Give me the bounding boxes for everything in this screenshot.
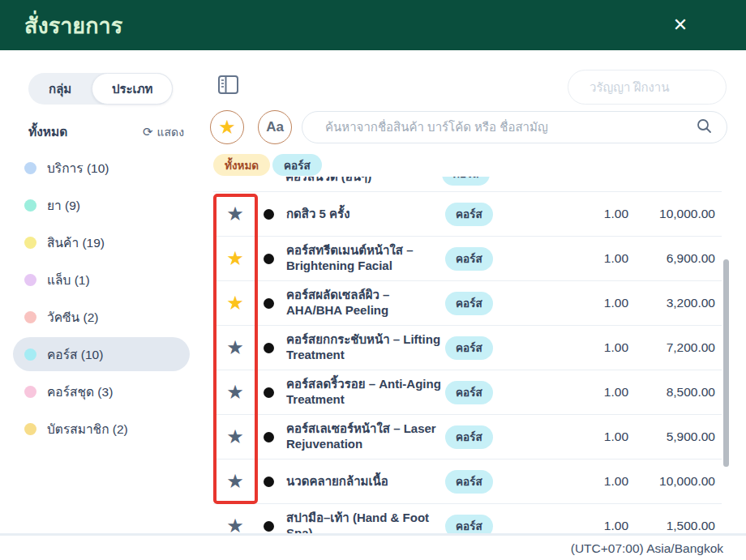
- show-label: แสดง: [157, 123, 185, 141]
- item-name: คอร์สเลเซอร์หน้าใส – Laser Rejuvenation: [286, 421, 444, 452]
- tab-type[interactable]: ประเภท: [92, 73, 173, 105]
- item-quantity: 1.00: [572, 340, 628, 355]
- item-quantity: 1.00: [572, 251, 628, 266]
- category-color-dot: [24, 423, 36, 435]
- item-category-badge: คอร์ส: [445, 515, 493, 534]
- sidebar-category-item[interactable]: ยา (9): [13, 186, 190, 224]
- favorite-star-icon[interactable]: ★: [213, 293, 257, 313]
- item-price: 10,000.00: [628, 207, 715, 221]
- favorite-star-icon[interactable]: ★: [213, 338, 257, 357]
- bullet-icon: [257, 298, 286, 309]
- sidebar-category-item[interactable]: บัตรสมาชิก (2): [13, 410, 190, 447]
- bullet-icon: [257, 432, 286, 442]
- item-name: กดสิว 5 ครั้ง: [286, 207, 444, 222]
- panel-layout-icon[interactable]: [217, 74, 239, 96]
- list-item[interactable]: ★สปามือ–เท้า (Hand & Foot Spa)คอร์ส1.001…: [213, 504, 722, 533]
- item-price: 10,000.00: [628, 474, 715, 489]
- favorite-filter-button[interactable]: ★: [210, 110, 244, 144]
- item-name: คอร์สยกกระชับหน้า – Lifting Treatment: [286, 332, 444, 363]
- filter-chip[interactable]: ทั้งหมด: [213, 154, 270, 176]
- category-color-dot: [24, 348, 36, 361]
- item-category-badge: คอร์ส: [442, 177, 490, 186]
- item-name: คอร์สผลัดเซลล์ผิว – AHA/BHA Peeling: [286, 288, 444, 318]
- category-label: วัคซีน (2): [47, 307, 98, 327]
- list-item[interactable]: ★คอร์สยกกระชับหน้า – Lifting Treatmentคอ…: [213, 326, 722, 370]
- sidebar-category-item[interactable]: คอร์ส (10): [13, 337, 190, 371]
- sidebar-category-item[interactable]: แล็บ (1): [13, 261, 190, 298]
- item-price: 6,900.00: [628, 251, 715, 266]
- list-item[interactable]: ★กดสิว 5 ครั้งคอร์ส1.0010,000.00: [213, 192, 722, 237]
- favorite-star-icon[interactable]: ★: [213, 383, 257, 402]
- item-category-badge: คอร์ส: [445, 247, 493, 271]
- refresh-icon: ⟳: [143, 125, 153, 139]
- bullet-icon: [257, 254, 286, 264]
- text-size-button[interactable]: Aa: [258, 110, 292, 144]
- timezone-label: (UTC+07:00) Asia/Bangkok: [571, 541, 723, 556]
- list-item[interactable]: ★คอร์สทรีตเมนต์หน้าใส – Brightening Faci…: [213, 237, 722, 281]
- category-color-dot: [24, 274, 36, 286]
- item-category-badge: คอร์ส: [445, 336, 493, 360]
- favorite-star-icon[interactable]: ★: [213, 204, 257, 224]
- bullet-icon: [257, 477, 286, 487]
- tab-group[interactable]: กลุ่ม: [28, 79, 92, 99]
- item-name: คอร์สทรีตเมนต์หน้าใส – Brightening Facia…: [286, 243, 444, 274]
- item-price: 3,200.00: [628, 296, 715, 310]
- item-category-badge: คอร์ส: [445, 425, 493, 449]
- category-color-dot: [24, 386, 36, 398]
- category-color-dot: [24, 199, 36, 212]
- category-label: สินค้า (19): [47, 233, 105, 253]
- category-label: คอร์สชุด (3): [47, 382, 113, 402]
- footer-divider: [0, 533, 746, 536]
- item-quantity: 1.00: [572, 385, 628, 400]
- item-price: 7,200.00: [628, 340, 715, 355]
- bullet-icon: [257, 209, 286, 220]
- category-color-dot: [24, 237, 36, 249]
- item-price: 8,500.00: [628, 385, 715, 400]
- category-label: บัตรสมาชิก (2): [47, 419, 128, 439]
- sidebar-category-item[interactable]: บริการ (10): [13, 149, 190, 186]
- item-quantity: 1.00: [572, 207, 628, 221]
- page-title: สั่งรายการ: [24, 8, 122, 43]
- sidebar-all-row: ทั้งหมด ⟳ แสดง: [28, 122, 191, 142]
- favorite-star-icon[interactable]: ★: [213, 472, 257, 491]
- list-item[interactable]: ★นวดคลายกล้ามเนื้อคอร์ส1.0010,000.00: [213, 460, 722, 504]
- category-label: บริการ (10): [47, 158, 109, 178]
- item-quantity: 1.00: [572, 296, 628, 310]
- category-list: บริการ (10)ยา (9)สินค้า (19)แล็บ (1)วัคซ…: [13, 149, 190, 447]
- item-category-badge: คอร์ส: [445, 203, 493, 226]
- list-item[interactable]: ★คอร์สเลเซอร์หน้าใส – Laser Rejuvenation…: [213, 415, 722, 460]
- all-categories-label: ทั้งหมด: [28, 122, 67, 142]
- bullet-icon: [257, 521, 286, 532]
- staff-name-placeholder: วรัญญา ฝึกงาน: [590, 78, 670, 97]
- sidebar-category-item[interactable]: คอร์สชุด (3): [13, 373, 190, 410]
- category-color-dot: [24, 311, 36, 323]
- group-type-tab-switch: กลุ่ม ประเภท: [28, 73, 173, 105]
- item-name: คอร์สลดริ้วรอย – Anti-Aging Treatment: [286, 377, 444, 408]
- bullet-icon: [257, 387, 286, 398]
- item-category-badge: คอร์ส: [445, 292, 493, 315]
- show-refresh-button[interactable]: ⟳ แสดง: [143, 123, 184, 141]
- item-quantity: 1.00: [572, 430, 628, 444]
- favorite-star-icon[interactable]: ★: [213, 249, 257, 268]
- list-item[interactable]: ★คอร์สผลัดเซลล์ผิว – AHA/BHA Peelingคอร์…: [213, 281, 722, 326]
- star-icon: ★: [218, 116, 236, 139]
- item-quantity: 1.00: [572, 474, 628, 489]
- list-item-partial[interactable]: คอร์สนวด (อื่นๆ) คอร์ส: [213, 177, 722, 192]
- bullet-icon: [257, 343, 286, 353]
- favorite-star-icon[interactable]: ★: [213, 427, 257, 447]
- category-label: คอร์ส (10): [47, 344, 103, 365]
- product-search-input[interactable]: ค้นหาจากชื่อสินค้า บาร์โค้ด หรือ ชื่อสาม…: [302, 111, 727, 143]
- item-category-badge: คอร์ส: [445, 470, 493, 494]
- staff-name-input[interactable]: วรัญญา ฝึกงาน: [568, 70, 727, 105]
- sidebar-category-item[interactable]: สินค้า (19): [13, 224, 190, 261]
- item-name: สปามือ–เท้า (Hand & Foot Spa): [286, 511, 444, 533]
- category-label: ยา (9): [47, 195, 80, 216]
- filter-chip[interactable]: คอร์ส: [272, 154, 322, 176]
- favorite-star-icon[interactable]: ★: [213, 516, 257, 533]
- sidebar-category-item[interactable]: วัคซีน (2): [13, 298, 190, 336]
- item-price: 5,900.00: [628, 430, 715, 444]
- list-scrollbar[interactable]: [723, 259, 729, 467]
- modal-header: สั่งรายการ ✕: [0, 0, 746, 50]
- close-icon[interactable]: ✕: [668, 13, 692, 37]
- list-item[interactable]: ★คอร์สลดริ้วรอย – Anti-Aging Treatmentคอ…: [213, 370, 722, 415]
